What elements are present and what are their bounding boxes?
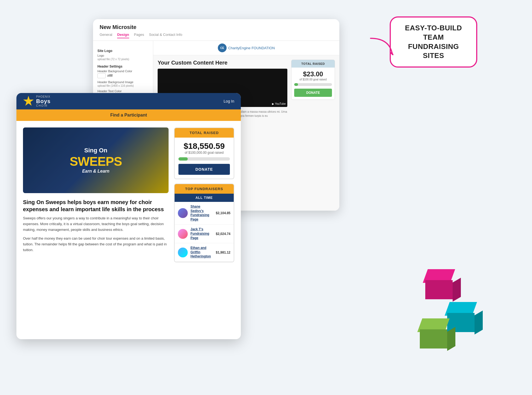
top-fundraisers-header: TOP FUNDRAISERS <box>175 184 234 194</box>
raised-progress-fill <box>178 157 188 161</box>
color-box <box>97 73 106 78</box>
preview-donate-button[interactable]: DONATE <box>294 89 332 97</box>
sweeps-text: SWEEPS <box>70 154 122 169</box>
fundraiser-amount-3: $1,981.12 <box>216 251 230 254</box>
site-nav: PHOENIX Boys CHOIR Log In <box>16 93 241 109</box>
top-fundraisers-widget: TOP FUNDRAISERS ALL TIME Shane Sedivy's … <box>174 184 234 262</box>
header-bg-color-value: #ffff <box>107 74 112 78</box>
block-green-front <box>420 329 447 348</box>
fundraiser-amount-1: $2,104.85 <box>216 211 230 215</box>
header-text-color-label: Header Text Color <box>97 89 149 93</box>
nav-logo-sub: CHOIR <box>36 104 51 107</box>
callout-title: EASY-TO-BUILD TEAM FUNDRAISING SITES <box>401 24 466 60</box>
nav-logo-top: PHOENIX <box>36 95 51 98</box>
preview-widget-body: $23.00 of $100.00 goal raised DONATE <box>291 68 335 100</box>
site-logo-label: Site Logo <box>97 49 149 53</box>
fundraiser-avatar-1 <box>178 208 188 218</box>
sing-on-text: Sing On <box>70 147 122 154</box>
preview-content-title: Your Custom Content Here <box>158 60 287 66</box>
top-fundraiser-item-2: Jack T's Fundraising Page $2,024.74 <box>175 225 234 243</box>
header-bg-image-sub: upload file (1400 x 116 pixels) <box>97 84 149 87</box>
fundraiser-avatar-2 <box>178 229 188 239</box>
microsite-title: New Microsite <box>100 24 333 30</box>
preview-header: CE CharityEngine FOUNDATION <box>153 41 339 55</box>
campaign-description-title: Sing On Sweeps helps boys earn money for… <box>23 199 169 213</box>
fundraiser-amount-2: $2,024.74 <box>216 232 230 236</box>
nav-login-link[interactable]: Log In <box>224 99 234 103</box>
block-pink-front <box>425 280 453 299</box>
preview-widget-header: TOTAL RAISED <box>291 60 335 68</box>
tab-social[interactable]: Social & Contact Info <box>149 33 182 38</box>
campaign-description-para2: Over half the money they earn can be use… <box>23 236 169 253</box>
tab-general[interactable]: General <box>100 33 112 38</box>
curved-arrow-icon <box>368 36 401 57</box>
block-pink <box>423 269 455 302</box>
block-teal-side <box>475 310 483 334</box>
fundraiser-name-1[interactable]: Shane Sedivy's Fundraising Page <box>190 205 213 222</box>
header-bg-image-label: Header Background Image <box>97 80 149 84</box>
youtube-icon: ▶ YouTube <box>272 102 286 105</box>
preview-progress-bar-fill <box>294 83 298 86</box>
logo-field-sub: upload file (72 x 72 pixels) <box>97 58 149 61</box>
nav-logo: PHOENIX Boys CHOIR <box>23 95 51 107</box>
total-raised-body: $18,550.59 of $100,000.00 goal raised DO… <box>175 138 234 179</box>
fundraiser-name-3[interactable]: Ethan and Griffin Hetherington <box>190 246 213 259</box>
microsite-tabs: General Design Pages Social & Contact In… <box>100 33 333 38</box>
preview-logo: CE CharityEngine FOUNDATION <box>218 43 275 52</box>
callout-bubble: EASY-TO-BUILD TEAM FUNDRAISING SITES <box>390 16 477 68</box>
fundraiser-name-2[interactable]: Jack T's Fundraising Page <box>190 227 213 240</box>
preview-widget: TOTAL RAISED $23.00 of $100.00 goal rais… <box>291 60 335 209</box>
top-fundraiser-item-1: Shane Sedivy's Fundraising Page $2,104.8… <box>175 202 234 225</box>
preview-logo-text: CharityEngine FOUNDATION <box>228 46 275 50</box>
raised-amount: $18,550.59 <box>178 141 230 151</box>
block-pink-side <box>453 278 461 301</box>
raised-goal: of $100,000.00 goal raised <box>178 151 230 155</box>
fundraiser-avatar-3 <box>178 248 188 257</box>
donate-button[interactable]: DONATE <box>178 164 230 175</box>
svg-marker-0 <box>390 51 394 55</box>
campaign-text-overlay: Sing On SWEEPS Earn & Learn <box>70 147 122 174</box>
all-time-tab[interactable]: ALL TIME <box>175 194 234 202</box>
raised-progress-track <box>178 157 230 161</box>
block-green <box>417 318 450 351</box>
header-bg-color-swatch: #ffff <box>97 73 149 78</box>
find-participant-bar[interactable]: Find a Participant <box>16 109 241 121</box>
total-raised-widget: TOTAL RAISED $18,550.59 of $100,000.00 g… <box>174 127 234 179</box>
nav-logo-text-block: PHOENIX Boys CHOIR <box>36 95 51 107</box>
total-raised-header: TOTAL RAISED <box>175 128 234 138</box>
campaign-description-para1: Sweeps offers our young singers a way to… <box>23 216 169 233</box>
preview-widget-goal: of $100.00 goal raised <box>294 78 332 81</box>
site-main: Sing On SWEEPS Earn & Learn Sing On Swee… <box>23 127 169 262</box>
preview-progress-bar-track <box>294 83 332 86</box>
site-body: Sing On SWEEPS Earn & Learn Sing On Swee… <box>16 121 241 269</box>
campaign-image: Sing On SWEEPS Earn & Learn <box>23 127 169 193</box>
site-sidebar: TOTAL RAISED $18,550.59 of $100,000.00 g… <box>174 127 234 262</box>
decorative-blocks <box>401 264 505 368</box>
header-settings-label: Header Settings <box>97 65 149 68</box>
nav-logo-main: Boys <box>36 98 51 104</box>
fundraising-site-card: PHOENIX Boys CHOIR Log In Find a Partici… <box>16 93 241 339</box>
logo-circle-icon: CE <box>218 43 227 52</box>
star-icon <box>23 96 34 107</box>
microsite-header: New Microsite General Design Pages Socia… <box>93 19 339 41</box>
block-green-side <box>447 327 455 351</box>
tab-design[interactable]: Design <box>117 33 129 38</box>
tab-pages[interactable]: Pages <box>134 33 144 38</box>
preview-raised-widget: TOTAL RAISED $23.00 of $100.00 goal rais… <box>291 60 335 100</box>
preview-widget-amount: $23.00 <box>294 70 332 78</box>
top-fundraiser-item-3: Ethan and Griffin Hetherington $1,981.12 <box>175 243 234 262</box>
logo-field-label: Logo <box>97 54 149 57</box>
earn-learn-text: Earn & Learn <box>70 169 122 174</box>
header-bg-color-label: Header Background Color <box>97 69 149 73</box>
